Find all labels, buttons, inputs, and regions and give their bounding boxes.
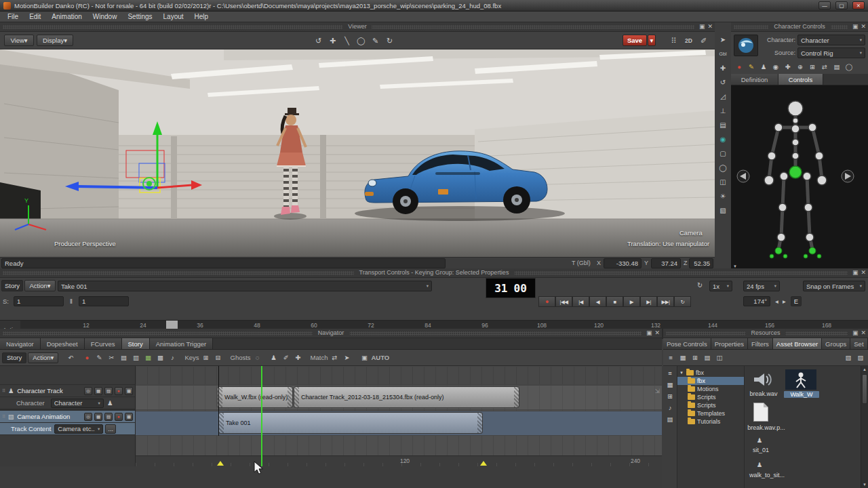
- viewport-3d[interactable]: Y Producer Perspective Camera Translatio…: [0, 49, 715, 257]
- loop-mode-icon[interactable]: ↻: [694, 280, 705, 290]
- tab-story[interactable]: Story: [122, 338, 150, 349]
- character-select[interactable]: Character▾: [797, 35, 865, 45]
- stop-button[interactable]: ■: [606, 296, 623, 307]
- track-solo-toggle[interactable]: ▩: [94, 413, 102, 421]
- key-add-icon[interactable]: ⊞: [201, 352, 212, 363]
- camera-icon[interactable]: ▧: [716, 203, 730, 217]
- view-menu-button[interactable]: View▾: [4, 35, 34, 46]
- ik-mode-icon[interactable]: ⊕: [795, 62, 806, 72]
- save-button[interactable]: Save: [623, 35, 647, 46]
- character-rig-view[interactable]: ▲ ▼: [731, 85, 868, 268]
- story-record-icon[interactable]: ●: [81, 352, 92, 363]
- asset-label[interactable]: break.wav.p...: [745, 424, 788, 431]
- panel-pin-icon[interactable]: ▣: [699, 22, 705, 31]
- copy-clip-icon[interactable]: ▤: [118, 352, 129, 363]
- track-mute-toggle[interactable]: ▨: [104, 413, 113, 421]
- panel-pin-icon[interactable]: ▣: [852, 329, 859, 338]
- left-hand-effector[interactable]: [764, 176, 774, 185]
- track-lock-toggle[interactable]: ▦: [125, 413, 133, 421]
- panel-pin-icon[interactable]: ▣: [852, 22, 859, 31]
- panel-pin-icon[interactable]: ▣: [852, 268, 859, 277]
- take-select[interactable]: Take 001▾: [58, 281, 432, 291]
- menu-window[interactable]: Window: [87, 12, 123, 21]
- clip-walk[interactable]: Walk_W.fbx (read-only): [217, 386, 293, 408]
- translate-tool-icon[interactable]: ✚: [716, 61, 730, 75]
- shaded-mode-icon[interactable]: ◉: [716, 132, 730, 146]
- next-key-button[interactable]: ▶|: [640, 296, 657, 307]
- right-hand-effector[interactable]: [817, 176, 827, 185]
- asset-thumb-walk-w[interactable]: [785, 369, 816, 391]
- full-body-icon[interactable]: ♟: [758, 62, 769, 72]
- tile-view-icon[interactable]: ▤: [702, 352, 713, 363]
- pose-icon[interactable]: ▤: [831, 62, 842, 72]
- character-thumbnail[interactable]: [734, 35, 758, 56]
- flip-view-icon[interactable]: ↻: [383, 35, 396, 47]
- cube-primitive-icon[interactable]: ▢: [716, 146, 730, 160]
- mirror-icon[interactable]: ⇄: [819, 62, 830, 72]
- light-icon[interactable]: ☀: [716, 189, 730, 203]
- menu-settings[interactable]: Settings: [122, 12, 157, 21]
- story-ruler[interactable]: 120 240: [136, 455, 662, 466]
- insert-clip-icon[interactable]: ▦: [142, 352, 153, 363]
- clip-take[interactable]: Take 001: [218, 412, 483, 434]
- next-character-arrow[interactable]: [842, 170, 854, 182]
- record-button[interactable]: ●: [538, 296, 555, 307]
- strip-details-icon[interactable]: ⊞: [665, 391, 675, 401]
- zoom-camera-icon[interactable]: ╲: [340, 35, 353, 47]
- story-action-select[interactable]: Action▾: [28, 352, 58, 363]
- import-asset-icon[interactable]: ▧: [843, 352, 854, 363]
- track-solo-toggle[interactable]: ▩: [94, 387, 102, 395]
- panel-close-icon[interactable]: ✕: [707, 22, 713, 31]
- person-icon[interactable]: ♟: [106, 398, 115, 408]
- menu-animation[interactable]: Animation: [46, 12, 87, 21]
- tree-item-fbx[interactable]: fbx: [677, 377, 744, 385]
- timeline-marker[interactable]: [217, 461, 224, 466]
- expander-icon[interactable]: ▾: [679, 370, 684, 375]
- angle-field[interactable]: 174°: [743, 296, 770, 306]
- tree-item-templates[interactable]: Templates: [677, 409, 744, 418]
- tab-definition[interactable]: Definition: [731, 74, 778, 85]
- source-select[interactable]: Control Rig▾: [797, 47, 865, 58]
- tab-animation-trigger[interactable]: Animation Trigger: [150, 338, 213, 349]
- export-asset-icon[interactable]: ▨: [855, 352, 866, 363]
- panel-close-icon[interactable]: ✕: [861, 268, 866, 277]
- hips-effector[interactable]: [789, 166, 802, 178]
- undo-icon[interactable]: ↶: [65, 352, 76, 363]
- speed-select[interactable]: 1x▾: [709, 281, 732, 291]
- tree-item-scripts[interactable]: Scripts: [677, 393, 744, 401]
- body-part-icon[interactable]: ◉: [770, 62, 781, 72]
- brush-icon[interactable]: ✐: [281, 352, 292, 363]
- track-ghost-toggle[interactable]: ◎: [84, 387, 92, 395]
- tab-fcurves[interactable]: FCurves: [85, 338, 122, 349]
- sphere-primitive-icon[interactable]: ◯: [716, 161, 730, 174]
- track-lock-toggle[interactable]: ▦: [125, 387, 133, 395]
- detail-view-icon[interactable]: ⊞: [690, 352, 701, 363]
- panel-close-icon[interactable]: ✕: [861, 22, 866, 31]
- start-frame-field[interactable]: 1: [14, 296, 64, 306]
- tree-item-tutorials[interactable]: Tutorials: [677, 418, 744, 426]
- menu-file[interactable]: File: [2, 12, 24, 21]
- pen-tool-icon[interactable]: ✎: [369, 35, 382, 47]
- track-mute-toggle[interactable]: ▨: [104, 387, 113, 395]
- left-foot-effector[interactable]: [775, 247, 782, 254]
- razor-icon[interactable]: ✂: [106, 352, 117, 363]
- previous-key-button[interactable]: |◀: [572, 296, 589, 307]
- x-value-field[interactable]: -330.48: [604, 258, 642, 268]
- go-to-start-button[interactable]: |◀◀: [555, 296, 572, 307]
- menu-edit[interactable]: Edit: [24, 12, 46, 21]
- auto-key-icon[interactable]: ▣: [359, 352, 370, 363]
- keyframe-icon[interactable]: ●: [734, 62, 745, 72]
- paste-clip-icon[interactable]: ▥: [130, 352, 141, 363]
- step-back-button[interactable]: ◀: [589, 296, 606, 307]
- asset-thumb-walk-to-sit[interactable]: ♟: [754, 460, 765, 470]
- strip-list-icon[interactable]: ≡: [665, 368, 675, 378]
- track-record-toggle[interactable]: ●: [115, 387, 123, 395]
- pencil-tool-icon[interactable]: ✐: [697, 35, 710, 47]
- tab-controls[interactable]: Controls: [778, 74, 823, 85]
- maximize-button[interactable]: ▢: [835, 1, 848, 9]
- tab-groups[interactable]: Groups: [822, 338, 850, 349]
- snap-select[interactable]: Snap on Frames▾: [803, 281, 865, 291]
- asset-label[interactable]: sit_01: [745, 447, 777, 453]
- tab-asset-browser[interactable]: Asset Browser: [773, 338, 822, 349]
- asset-thumb-sit[interactable]: ♟: [754, 435, 765, 445]
